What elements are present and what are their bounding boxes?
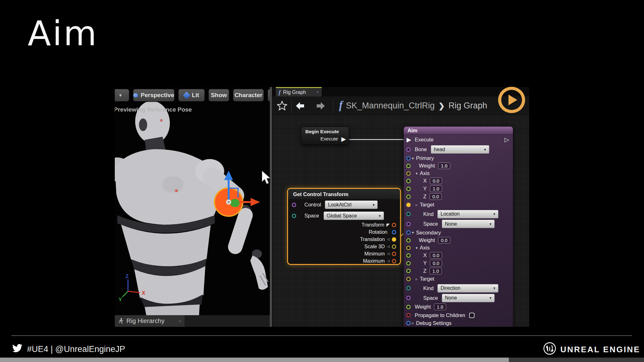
input-pin[interactable] [406,296,411,300]
input-pin[interactable] [406,286,411,290]
node-row: Z 0.0 [404,193,513,200]
expander-open-icon[interactable]: ▾ [412,230,414,235]
character-button[interactable]: Character [233,89,264,101]
expander-open-icon[interactable]: ▾ [416,246,418,250]
input-pin[interactable] [406,238,411,243]
favorite-star-icon[interactable] [277,101,287,111]
input-pin[interactable] [292,203,296,207]
node-begin-execute[interactable]: Begin Execute Execute ▶ [301,127,349,145]
node-row: Space Global Space ▾ [288,210,400,221]
video-progress-played[interactable] [0,358,509,362]
node-row: Weight 0.0 [404,236,513,244]
input-pin[interactable] [406,212,411,216]
value-field[interactable]: 1.0 [430,185,442,192]
space-dropdown[interactable]: Global Space ▾ [324,211,384,220]
value-field[interactable]: 0.0 [430,252,442,259]
show-button[interactable]: Show [208,89,229,101]
node-row: ▹ Target [404,200,513,209]
value-field[interactable]: 0.0 [430,260,442,266]
exec-output-pin[interactable]: ▶ [341,136,346,142]
input-pin[interactable] [406,246,411,250]
breadcrumb-bar: f SK_Mannequin_CtrlRig ❯ Rig Graph [272,96,529,115]
lit-button[interactable]: Lit [178,89,205,101]
input-pin[interactable] [406,147,411,152]
expander-open-icon[interactable]: ▾ [412,156,414,161]
control-dropdown[interactable]: LookAtCtrl ▾ [325,200,378,209]
value-field[interactable]: 1.0 [434,304,446,310]
mannequin-figure [115,99,268,315]
expander-closed-icon[interactable]: ▹ [412,321,414,325]
input-pin-connected[interactable] [406,203,411,207]
node-row: Space None ▾ [404,293,513,303]
output-pin[interactable] [392,244,396,249]
output-pin[interactable] [392,223,396,227]
kind-dropdown[interactable]: Direction ▾ [437,284,498,293]
input-pin[interactable] [406,171,411,176]
value-field[interactable]: 0.0 [430,178,442,184]
input-pin[interactable] [406,253,411,258]
input-pin[interactable] [406,222,411,226]
node-get-control-transform[interactable]: Get Control Transform Control LookAtCtrl… [287,188,401,265]
cursor-marker-icon: ◤ [386,222,390,227]
output-pin[interactable] [392,230,396,234]
node-row: X 0.0 [404,251,513,259]
kind-dropdown[interactable]: Location ▾ [437,210,498,218]
back-arrow-icon[interactable] [295,101,306,111]
value-field[interactable]: 1.0 [430,268,442,274]
node-row: X 0.0 [404,177,513,185]
forward-arrow-icon[interactable] [315,101,325,111]
node-row: Weight 1.0 [404,162,513,170]
input-pin[interactable] [406,230,411,235]
input-pin[interactable] [406,164,411,168]
divider [333,99,333,113]
space-dropdown[interactable]: None ▾ [442,220,495,228]
output-pin[interactable] [392,259,396,263]
close-icon[interactable]: × [316,90,319,95]
breadcrumb-root[interactable]: SK_Mannequin_CtrlRig [346,101,435,111]
node-title: Aim [408,128,417,134]
exec-input-pin[interactable]: ▶ [407,137,411,143]
input-pin[interactable] [406,261,411,266]
perspective-button[interactable]: Perspective [133,89,175,101]
close-icon[interactable]: × [179,319,181,324]
video-progress-remaining[interactable] [509,358,644,362]
exec-output-pin[interactable]: ▷ [504,137,509,143]
panel-splitter[interactable] [270,87,272,327]
node-row: ▹ Target [404,275,513,283]
tab-rig-hierarchy[interactable]: Rig Hierarchy × [115,315,185,327]
marker-icon: ◁ [387,237,390,241]
axis-y-label: Y [119,297,122,302]
value-field[interactable]: 0.0 [438,237,450,244]
viewport-options-button[interactable]: ▼ [115,89,129,101]
expander-closed-icon[interactable]: ▹ [416,203,418,207]
output-pin[interactable] [392,252,396,256]
input-pin[interactable] [406,277,411,281]
output-pin-connected[interactable] [392,237,396,242]
input-pin[interactable] [406,195,411,199]
tab-well: f Rig Graph × [272,87,529,96]
node-row: ▾ Axis [404,170,513,177]
chevron-down-icon: ▾ [373,203,375,207]
input-pin[interactable] [406,179,411,183]
tab-rig-graph[interactable]: f Rig Graph × [276,87,322,96]
chevron-down-icon: ▾ [484,147,486,152]
value-field[interactable]: 1.0 [438,162,450,169]
propagate-checkbox[interactable] [469,313,475,318]
space-dropdown[interactable]: None ▾ [442,294,495,302]
input-pin[interactable] [406,156,411,161]
bone-dropdown[interactable]: head ▾ [431,145,489,154]
input-pin[interactable] [406,305,411,309]
input-pin[interactable] [406,269,411,273]
node-aim[interactable]: Aim ▶ Execute ▷ Bone head ▾ [403,126,513,327]
graph-canvas[interactable]: Begin Execute Execute ▶ Get Control Tran… [272,115,529,327]
node-row: Rotation [288,228,400,236]
expander-open-icon[interactable]: ▾ [416,171,418,176]
input-pin[interactable] [406,187,411,191]
input-pin[interactable] [406,313,411,317]
input-pin[interactable] [406,321,411,325]
expander-closed-icon[interactable]: ▹ [416,277,418,281]
breadcrumb-current[interactable]: Rig Graph [448,101,487,111]
chevron-down-icon: ▾ [493,212,495,216]
input-pin[interactable] [292,214,296,218]
value-field[interactable]: 0.0 [430,193,442,200]
